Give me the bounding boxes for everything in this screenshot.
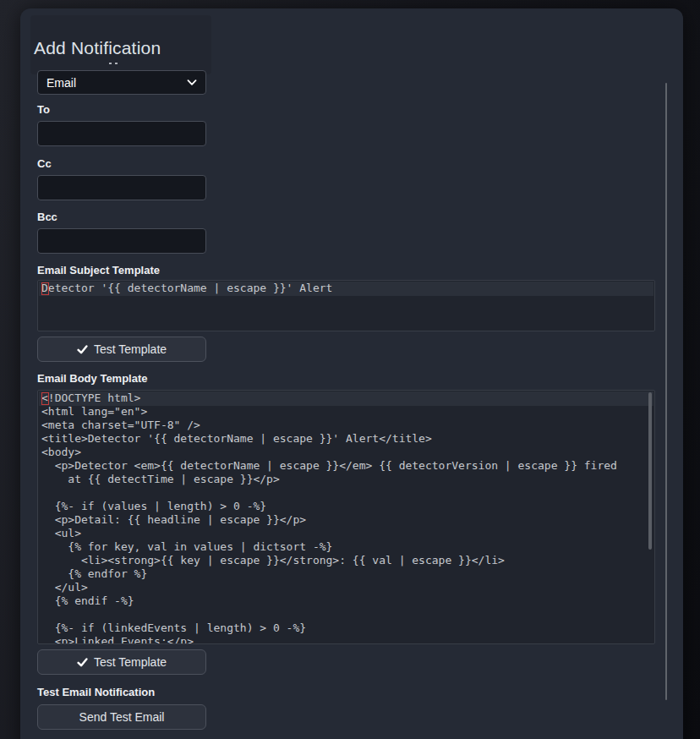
block-cursor xyxy=(41,282,49,295)
cc-label: Cc xyxy=(37,157,52,171)
bcc-label: Bcc xyxy=(37,211,57,224)
test-subject-template-button[interactable]: Test Template xyxy=(37,337,206,362)
block-cursor xyxy=(41,392,49,405)
email-subject-template-label: Email Subject Template xyxy=(37,264,160,277)
check-icon xyxy=(77,657,88,668)
test-body-template-button[interactable]: Test Template xyxy=(37,649,206,675)
email-subject-template-code[interactable]: Detector '{{ detectorName | escape }}' A… xyxy=(38,281,654,295)
editor-vertical-scrollbar[interactable] xyxy=(648,392,652,550)
test-template-label: Test Template xyxy=(94,342,167,356)
test-template-label: Test Template xyxy=(94,655,167,669)
add-notification-dialog: Add Notification Email To Cc Bcc Email S… xyxy=(20,8,683,739)
email-subject-template-editor[interactable]: Detector '{{ detectorName | escape }}' A… xyxy=(37,280,655,331)
clipped-text-artifact xyxy=(109,63,118,64)
send-test-email-button[interactable]: Send Test Email xyxy=(37,704,206,730)
notification-type-select[interactable]: Email xyxy=(37,70,206,95)
to-input[interactable] xyxy=(37,121,206,146)
send-test-email-label: Send Test Email xyxy=(79,710,165,724)
dialog-vertical-scrollbar[interactable] xyxy=(665,83,667,700)
to-label: To xyxy=(37,103,50,117)
test-email-notification-label: Test Email Notification xyxy=(37,686,155,699)
chevron-down-icon xyxy=(187,79,197,86)
email-body-template-editor[interactable]: <!DOCTYPE html> <html lang="en"> <meta c… xyxy=(37,390,655,644)
check-icon xyxy=(77,344,88,355)
notification-type-value: Email xyxy=(46,76,76,90)
email-body-template-code[interactable]: <!DOCTYPE html> <html lang="en"> <meta c… xyxy=(38,391,654,644)
page-title: Add Notification xyxy=(34,38,161,58)
cc-input[interactable] xyxy=(37,175,206,200)
email-body-template-label: Email Body Template xyxy=(37,372,148,386)
bcc-input[interactable] xyxy=(37,228,206,254)
